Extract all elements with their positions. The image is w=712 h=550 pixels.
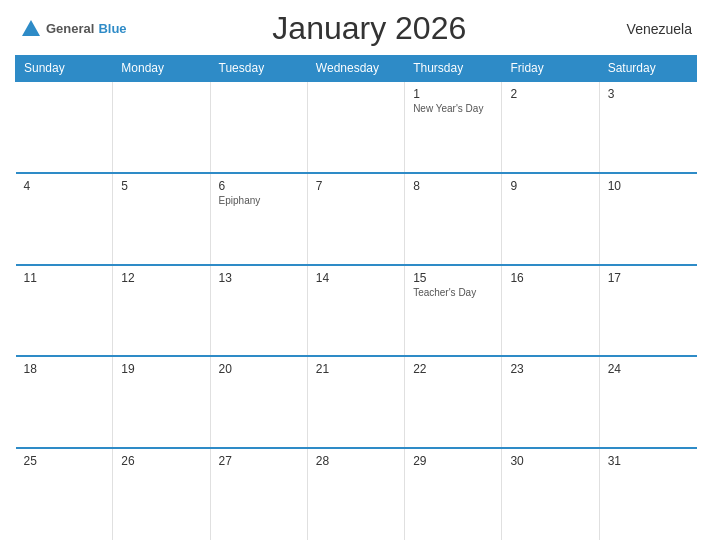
day-cell: 17 [599,265,696,357]
day-cell: 29 [405,448,502,540]
day-cell: 2 [502,81,599,173]
day-number: 9 [510,179,590,193]
day-cell: 8 [405,173,502,265]
day-cell: 26 [113,448,210,540]
col-header-sunday: Sunday [16,56,113,82]
day-cell: 1New Year's Day [405,81,502,173]
day-number: 6 [219,179,299,193]
day-number: 7 [316,179,396,193]
day-number: 3 [608,87,689,101]
calendar-page: General Blue January 2026 Venezuela Sund… [0,0,712,550]
day-cell [16,81,113,173]
holiday-name: Epiphany [219,195,299,206]
day-number: 2 [510,87,590,101]
week-row-3: 1112131415Teacher's Day1617 [16,265,697,357]
day-cell [113,81,210,173]
col-header-thursday: Thursday [405,56,502,82]
day-number: 22 [413,362,493,376]
calendar-table: SundayMondayTuesdayWednesdayThursdayFrid… [15,55,697,540]
country-label: Venezuela [612,21,692,37]
day-cell: 5 [113,173,210,265]
day-number: 28 [316,454,396,468]
day-cell: 27 [210,448,307,540]
calendar-title: January 2026 [127,10,612,47]
logo-blue-text: Blue [98,21,126,36]
day-number: 1 [413,87,493,101]
day-cell: 25 [16,448,113,540]
day-cell: 19 [113,356,210,448]
col-header-tuesday: Tuesday [210,56,307,82]
day-cell: 30 [502,448,599,540]
day-cell: 12 [113,265,210,357]
day-cell: 16 [502,265,599,357]
day-cell: 28 [307,448,404,540]
day-cell: 7 [307,173,404,265]
col-header-wednesday: Wednesday [307,56,404,82]
day-number: 15 [413,271,493,285]
day-number: 26 [121,454,201,468]
day-cell: 4 [16,173,113,265]
day-number: 14 [316,271,396,285]
day-cell: 21 [307,356,404,448]
day-number: 29 [413,454,493,468]
day-number: 8 [413,179,493,193]
day-number: 25 [24,454,105,468]
day-cell: 3 [599,81,696,173]
day-cell: 9 [502,173,599,265]
day-cell: 15Teacher's Day [405,265,502,357]
col-header-friday: Friday [502,56,599,82]
day-cell: 22 [405,356,502,448]
day-cell: 10 [599,173,696,265]
day-number: 4 [24,179,105,193]
day-cell: 20 [210,356,307,448]
day-cell [210,81,307,173]
col-header-monday: Monday [113,56,210,82]
day-number: 31 [608,454,689,468]
day-cell: 18 [16,356,113,448]
day-cell [307,81,404,173]
svg-marker-0 [22,20,40,36]
holiday-name: Teacher's Day [413,287,493,298]
logo-general-text: General [46,21,94,36]
day-cell: 6Epiphany [210,173,307,265]
day-cell: 23 [502,356,599,448]
day-number: 13 [219,271,299,285]
day-cell: 13 [210,265,307,357]
week-row-1: 1New Year's Day23 [16,81,697,173]
week-row-4: 18192021222324 [16,356,697,448]
day-number: 10 [608,179,689,193]
logo-icon [20,18,42,40]
col-header-saturday: Saturday [599,56,696,82]
week-row-5: 25262728293031 [16,448,697,540]
day-number: 11 [24,271,105,285]
holiday-name: New Year's Day [413,103,493,114]
day-number: 5 [121,179,201,193]
day-number: 20 [219,362,299,376]
day-number: 16 [510,271,590,285]
day-number: 12 [121,271,201,285]
day-number: 30 [510,454,590,468]
day-cell: 14 [307,265,404,357]
day-number: 27 [219,454,299,468]
day-number: 21 [316,362,396,376]
day-number: 24 [608,362,689,376]
day-number: 19 [121,362,201,376]
day-number: 17 [608,271,689,285]
day-number: 23 [510,362,590,376]
week-row-2: 456Epiphany78910 [16,173,697,265]
day-cell: 31 [599,448,696,540]
calendar-header: General Blue January 2026 Venezuela [15,10,697,47]
day-cell: 11 [16,265,113,357]
header-row: SundayMondayTuesdayWednesdayThursdayFrid… [16,56,697,82]
day-number: 18 [24,362,105,376]
logo: General Blue [20,18,127,40]
day-cell: 24 [599,356,696,448]
